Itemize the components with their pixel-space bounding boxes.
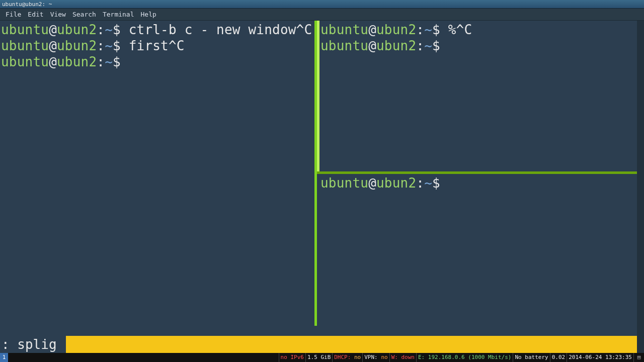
statusbar-spacer (8, 353, 279, 362)
tmux-pane-left[interactable]: ubuntu@ubun2:~$ ctrl-b c - new window^C … (0, 21, 317, 326)
status-battery: No battery (513, 353, 549, 362)
terminal-content-top-right: ubuntu@ubun2:~$ %^C ubuntu@ubun2:~$ (319, 21, 637, 54)
terminal-area: ubuntu@ubun2:~$ ctrl-b c - new window^C … (0, 21, 644, 353)
status-wlan: W: down (389, 353, 416, 362)
tmux-pane-bottom-right[interactable]: ubuntu@ubun2:~$ (319, 174, 637, 336)
scrollbar-corner (637, 336, 644, 353)
i3-status-bar: 1 no IPv6 1.5 GiB DHCP: no VPN: no W: do… (0, 353, 644, 362)
workspace-indicator[interactable]: 1 (0, 353, 8, 362)
menu-bar: File Edit View Search Terminal Help (0, 9, 644, 21)
status-datetime: 2014-06-24 13:23:35 (567, 353, 633, 362)
menu-search[interactable]: Search (69, 10, 99, 19)
status-dhcp: DHCP: no (332, 353, 362, 362)
menu-file[interactable]: File (3, 10, 24, 19)
status-vpn: VPN: no (362, 353, 389, 362)
menu-edit[interactable]: Edit (25, 10, 46, 19)
tmux-command-text: : splig (0, 336, 59, 353)
status-tray-icon[interactable]: ▤ (633, 353, 644, 362)
tmux-pane-top-right[interactable]: ubuntu@ubun2:~$ %^C ubuntu@ubun2:~$ (319, 21, 637, 171)
status-load: 0.02 (550, 353, 567, 362)
scrollbar[interactable] (637, 21, 644, 336)
tray-icon: ▤ (635, 353, 642, 362)
menu-terminal[interactable]: Terminal (100, 10, 137, 19)
status-memory: 1.5 GiB (305, 353, 332, 362)
tmux-command-cursor (58, 336, 66, 353)
status-ethernet: E: 192.168.0.6 (1000 Mbit/s) (416, 353, 513, 362)
menu-view[interactable]: View (47, 10, 69, 19)
terminal-content-bottom-right: ubuntu@ubun2:~$ (319, 174, 637, 191)
status-ipv6: no IPv6 (279, 353, 305, 362)
menu-help[interactable]: Help (138, 10, 159, 19)
window-titlebar: ubuntu@ubun2: ~ (0, 0, 644, 9)
terminal-content-left: ubuntu@ubun2:~$ ctrl-b c - new window^C … (0, 21, 314, 70)
tmux-command-bar[interactable]: : splig (0, 336, 637, 353)
window-title: ubuntu@ubun2: ~ (2, 1, 52, 8)
